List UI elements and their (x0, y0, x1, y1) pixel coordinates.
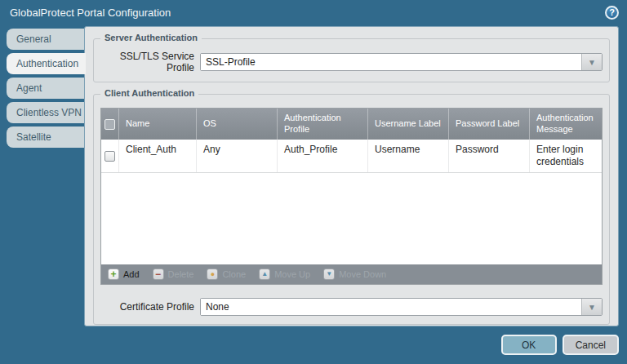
delete-button[interactable]: − Delete (153, 269, 194, 280)
server-authentication-legend: Server Authentication (100, 33, 202, 42)
move-down-button-label: Move Down (339, 269, 386, 279)
row-checkbox[interactable] (104, 151, 115, 162)
chevron-down-icon[interactable]: ▼ (581, 54, 602, 70)
clone-button-label: Clone (222, 269, 246, 279)
ssl-tls-service-profile-value: SSL-Profile (201, 54, 581, 70)
select-all-cell (101, 109, 119, 140)
column-header-username-label[interactable]: Username Label (368, 109, 449, 140)
chevron-down-icon[interactable]: ▼ (581, 299, 602, 315)
table-row[interactable]: Client_Auth Any Auth_Profile Username Pa… (101, 140, 602, 173)
add-button-label: Add (123, 269, 140, 279)
cell-password-label: Password (449, 140, 530, 172)
ssl-tls-service-profile-label: SSL/TLS Service Profile (100, 51, 200, 73)
tab-authentication-label: Authentication (16, 58, 78, 69)
content-panel: Server Authentication SSL/TLS Service Pr… (84, 26, 619, 326)
cell-name: Client_Auth (119, 140, 197, 172)
help-icon[interactable]: ? (605, 6, 619, 20)
move-down-button[interactable]: ▼ Move Down (323, 269, 386, 280)
cell-authentication-message: Enter login credentials (530, 140, 602, 172)
delete-button-label: Delete (168, 269, 194, 279)
tab-clientless-vpn-label: Clientless VPN (16, 107, 82, 118)
row-checkbox-cell (101, 140, 119, 172)
arrow-up-icon: ▲ (259, 269, 270, 280)
column-header-authentication-profile[interactable]: Authentication Profile (278, 109, 368, 140)
certificate-profile-label: Certificate Profile (100, 301, 200, 313)
sidebar-tabs: General Authentication Agent Clientless … (7, 29, 85, 151)
column-header-name[interactable]: Name (119, 109, 197, 140)
cell-authentication-profile: Auth_Profile (278, 140, 368, 172)
dialog-footer: OK Cancel (501, 335, 619, 355)
tab-agent[interactable]: Agent (7, 78, 84, 99)
tab-satellite-label: Satellite (16, 131, 51, 143)
column-header-authentication-message[interactable]: Authentication Message (530, 109, 602, 140)
clone-icon: ● (207, 269, 218, 280)
column-header-password-label[interactable]: Password Label (449, 109, 530, 140)
table-empty-area (101, 173, 602, 264)
table-header-row: Name OS Authentication Profile Username … (101, 109, 602, 140)
cancel-button[interactable]: Cancel (563, 335, 619, 355)
table-toolbar: + Add − Delete ● Clone ▲ Move Up (101, 264, 602, 284)
move-up-button[interactable]: ▲ Move Up (259, 269, 310, 280)
tab-agent-label: Agent (16, 82, 42, 94)
cell-username-label: Username (368, 140, 449, 172)
server-authentication-section: Server Authentication SSL/TLS Service Pr… (93, 38, 610, 82)
tab-general-label: General (16, 33, 51, 45)
arrow-down-icon: ▼ (323, 269, 335, 280)
client-authentication-section: Client Authentication Name OS Authentica… (93, 94, 610, 325)
add-button[interactable]: + Add (108, 269, 140, 280)
ssl-tls-service-profile-dropdown[interactable]: SSL-Profile ▼ (200, 53, 603, 71)
add-icon: + (108, 269, 119, 280)
dialog-title: GlobalProtect Portal Configuration (10, 7, 605, 19)
client-authentication-legend: Client Authentication (100, 88, 198, 98)
certificate-profile-value: None (201, 299, 581, 315)
title-bar: GlobalProtect Portal Configuration ? (0, 0, 627, 24)
tab-authentication[interactable]: Authentication (7, 53, 86, 74)
column-header-os[interactable]: OS (197, 109, 278, 140)
tab-clientless-vpn[interactable]: Clientless VPN (7, 102, 84, 123)
cell-os: Any (197, 140, 278, 172)
ok-button[interactable]: OK (501, 335, 557, 355)
client-auth-table: Name OS Authentication Profile Username … (100, 108, 603, 285)
delete-icon: − (153, 269, 164, 280)
certificate-profile-dropdown[interactable]: None ▼ (200, 298, 603, 316)
clone-button[interactable]: ● Clone (207, 269, 246, 280)
tab-general[interactable]: General (7, 29, 84, 50)
select-all-checkbox[interactable] (104, 119, 115, 130)
tab-satellite[interactable]: Satellite (7, 127, 84, 148)
move-up-button-label: Move Up (274, 269, 310, 279)
globalprotect-portal-config-dialog: GlobalProtect Portal Configuration ? Gen… (0, 0, 627, 364)
